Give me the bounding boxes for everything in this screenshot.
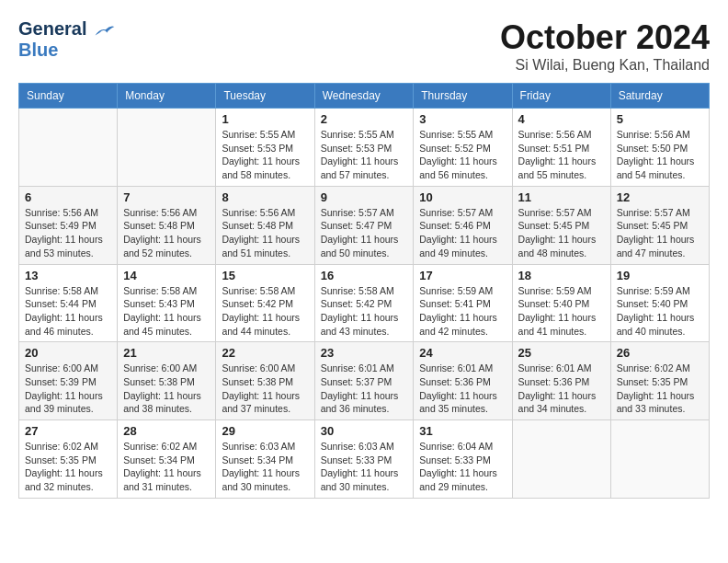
table-row: 25Sunrise: 6:01 AMSunset: 5:36 PMDayligh… [512, 342, 610, 420]
day-number: 20 [25, 346, 111, 360]
table-row: 21Sunrise: 6:00 AMSunset: 5:38 PMDayligh… [118, 342, 216, 420]
table-row: 2Sunrise: 5:55 AMSunset: 5:53 PMDaylight… [314, 109, 414, 187]
calendar-week-3: 13Sunrise: 5:58 AMSunset: 5:44 PMDayligh… [19, 264, 710, 342]
day-number: 13 [25, 269, 111, 282]
table-row [19, 109, 118, 187]
col-friday: Friday [512, 84, 610, 109]
table-row: 20Sunrise: 6:00 AMSunset: 5:39 PMDayligh… [19, 342, 118, 420]
table-row: 12Sunrise: 5:57 AMSunset: 5:45 PMDayligh… [610, 186, 709, 264]
col-thursday: Thursday [414, 84, 512, 109]
day-info: Sunrise: 6:04 AMSunset: 5:33 PMDaylight:… [419, 440, 506, 494]
day-number: 2 [321, 112, 408, 126]
calendar-table: Sunday Monday Tuesday Wednesday Thursday… [18, 83, 710, 499]
day-info: Sunrise: 6:01 AMSunset: 5:37 PMDaylight:… [321, 362, 408, 416]
day-number: 14 [123, 269, 210, 282]
table-row: 8Sunrise: 5:56 AMSunset: 5:48 PMDaylight… [216, 186, 314, 264]
day-number: 5 [617, 112, 703, 126]
day-info: Sunrise: 6:01 AMSunset: 5:36 PMDaylight:… [518, 362, 605, 416]
day-number: 1 [222, 112, 308, 126]
day-info: Sunrise: 5:57 AMSunset: 5:46 PMDaylight:… [419, 206, 506, 260]
month-title: October 2024 [500, 18, 710, 57]
day-info: Sunrise: 5:58 AMSunset: 5:44 PMDaylight:… [25, 284, 111, 339]
table-row: 4Sunrise: 5:56 AMSunset: 5:51 PMDaylight… [512, 109, 610, 187]
day-info: Sunrise: 5:57 AMSunset: 5:45 PMDaylight:… [518, 206, 605, 260]
table-row: 23Sunrise: 6:01 AMSunset: 5:37 PMDayligh… [314, 342, 414, 420]
day-info: Sunrise: 6:00 AMSunset: 5:38 PMDaylight:… [222, 362, 308, 416]
day-info: Sunrise: 6:01 AMSunset: 5:36 PMDaylight:… [419, 362, 506, 416]
table-row: 11Sunrise: 5:57 AMSunset: 5:45 PMDayligh… [512, 186, 610, 264]
table-row [610, 420, 709, 499]
day-info: Sunrise: 5:58 AMSunset: 5:42 PMDaylight:… [222, 284, 308, 339]
day-info: Sunrise: 6:02 AMSunset: 5:34 PMDaylight:… [123, 440, 210, 494]
table-row: 22Sunrise: 6:00 AMSunset: 5:38 PMDayligh… [216, 342, 314, 420]
day-info: Sunrise: 5:55 AMSunset: 5:53 PMDaylight:… [222, 128, 308, 182]
day-info: Sunrise: 5:57 AMSunset: 5:45 PMDaylight:… [617, 206, 703, 260]
col-wednesday: Wednesday [314, 84, 414, 109]
day-number: 23 [321, 346, 408, 360]
day-number: 10 [419, 190, 506, 204]
table-row: 13Sunrise: 5:58 AMSunset: 5:44 PMDayligh… [19, 264, 118, 342]
calendar-week-2: 6Sunrise: 5:56 AMSunset: 5:49 PMDaylight… [19, 186, 710, 264]
day-number: 24 [419, 346, 506, 360]
table-row: 18Sunrise: 5:59 AMSunset: 5:40 PMDayligh… [512, 264, 610, 342]
day-number: 15 [222, 269, 308, 282]
day-number: 30 [321, 424, 408, 438]
table-row [512, 420, 610, 499]
table-row: 10Sunrise: 5:57 AMSunset: 5:46 PMDayligh… [414, 186, 512, 264]
day-number: 6 [25, 190, 111, 204]
table-row: 26Sunrise: 6:02 AMSunset: 5:35 PMDayligh… [610, 342, 709, 420]
day-number: 12 [617, 190, 703, 204]
table-row: 28Sunrise: 6:02 AMSunset: 5:34 PMDayligh… [118, 420, 216, 499]
location-subtitle: Si Wilai, Bueng Kan, Thailand [500, 57, 710, 74]
calendar-week-4: 20Sunrise: 6:00 AMSunset: 5:39 PMDayligh… [19, 342, 710, 420]
table-row: 27Sunrise: 6:02 AMSunset: 5:35 PMDayligh… [19, 420, 118, 499]
logo-text-blue: Blue [18, 40, 116, 60]
day-info: Sunrise: 5:59 AMSunset: 5:41 PMDaylight:… [419, 284, 506, 339]
day-info: Sunrise: 6:02 AMSunset: 5:35 PMDaylight:… [25, 440, 111, 494]
calendar-week-5: 27Sunrise: 6:02 AMSunset: 5:35 PMDayligh… [19, 420, 710, 499]
table-row: 6Sunrise: 5:56 AMSunset: 5:49 PMDaylight… [19, 186, 118, 264]
day-info: Sunrise: 5:55 AMSunset: 5:52 PMDaylight:… [419, 128, 506, 182]
day-number: 9 [321, 190, 408, 204]
day-number: 29 [222, 424, 308, 438]
col-sunday: Sunday [19, 84, 118, 109]
day-number: 3 [419, 112, 506, 126]
day-info: Sunrise: 6:00 AMSunset: 5:39 PMDaylight:… [25, 362, 111, 416]
col-tuesday: Tuesday [216, 84, 314, 109]
table-row: 1Sunrise: 5:55 AMSunset: 5:53 PMDaylight… [216, 109, 314, 187]
day-info: Sunrise: 5:56 AMSunset: 5:48 PMDaylight:… [123, 206, 210, 260]
table-row [118, 109, 216, 187]
col-saturday: Saturday [610, 84, 709, 109]
table-row: 16Sunrise: 5:58 AMSunset: 5:42 PMDayligh… [314, 264, 414, 342]
table-row: 14Sunrise: 5:58 AMSunset: 5:43 PMDayligh… [118, 264, 216, 342]
day-info: Sunrise: 5:58 AMSunset: 5:42 PMDaylight:… [321, 284, 408, 339]
table-row: 31Sunrise: 6:04 AMSunset: 5:33 PMDayligh… [414, 420, 512, 499]
day-number: 11 [518, 190, 605, 204]
day-info: Sunrise: 5:56 AMSunset: 5:50 PMDaylight:… [617, 128, 703, 182]
day-info: Sunrise: 5:56 AMSunset: 5:48 PMDaylight:… [222, 206, 308, 260]
table-row: 19Sunrise: 5:59 AMSunset: 5:40 PMDayligh… [610, 264, 709, 342]
day-number: 21 [123, 346, 210, 360]
day-number: 25 [518, 346, 605, 360]
day-info: Sunrise: 5:57 AMSunset: 5:47 PMDaylight:… [321, 206, 408, 260]
table-row: 3Sunrise: 5:55 AMSunset: 5:52 PMDaylight… [414, 109, 512, 187]
day-number: 31 [419, 424, 506, 438]
table-row: 7Sunrise: 5:56 AMSunset: 5:48 PMDaylight… [118, 186, 216, 264]
day-info: Sunrise: 5:56 AMSunset: 5:49 PMDaylight:… [25, 206, 111, 260]
day-number: 7 [123, 190, 210, 204]
day-info: Sunrise: 5:58 AMSunset: 5:43 PMDaylight:… [123, 284, 210, 339]
day-info: Sunrise: 5:56 AMSunset: 5:51 PMDaylight:… [518, 128, 605, 182]
calendar-week-1: 1Sunrise: 5:55 AMSunset: 5:53 PMDaylight… [19, 109, 710, 187]
table-row: 30Sunrise: 6:03 AMSunset: 5:33 PMDayligh… [314, 420, 414, 499]
day-number: 19 [617, 269, 703, 282]
day-number: 17 [419, 269, 506, 282]
table-row: 15Sunrise: 5:58 AMSunset: 5:42 PMDayligh… [216, 264, 314, 342]
day-info: Sunrise: 5:55 AMSunset: 5:53 PMDaylight:… [321, 128, 408, 182]
calendar-header-row: Sunday Monday Tuesday Wednesday Thursday… [19, 84, 710, 109]
day-number: 18 [518, 269, 605, 282]
day-number: 16 [321, 269, 408, 282]
day-info: Sunrise: 6:00 AMSunset: 5:38 PMDaylight:… [123, 362, 210, 416]
logo: General Blue [18, 18, 116, 60]
table-row: 17Sunrise: 5:59 AMSunset: 5:41 PMDayligh… [414, 264, 512, 342]
col-monday: Monday [118, 84, 216, 109]
